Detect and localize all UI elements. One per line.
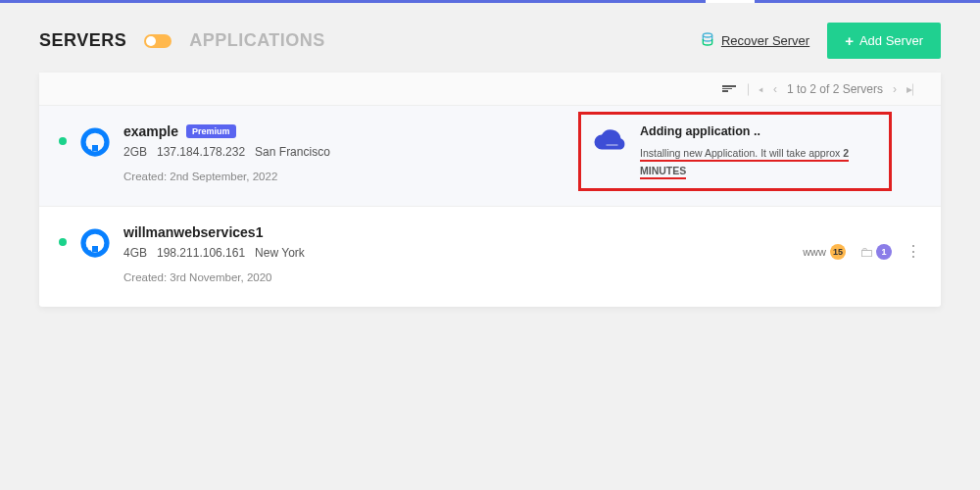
tab-toggle[interactable] [144, 34, 172, 48]
svg-point-0 [703, 33, 711, 37]
list-toolbar: ⎸◂ ‹ 1 to 2 of 2 Servers › ▸⎸ [39, 73, 941, 106]
server-location: San Francisco [255, 145, 330, 159]
folder-icon: 🗀 [859, 244, 873, 260]
pager-first-icon[interactable]: ⎸◂ [748, 82, 763, 96]
server-ip: 137.184.178.232 [157, 145, 245, 159]
row-menu-icon[interactable]: ⋮ [906, 242, 921, 261]
tab-servers[interactable]: SERVERS [39, 30, 126, 51]
pager-range: 1 to 2 of 2 Servers [787, 82, 883, 96]
recover-server-label: Recover Server [721, 33, 809, 48]
provider-icon [80, 228, 110, 258]
folder-badge[interactable]: 🗀 1 [859, 244, 892, 260]
pager: ⎸◂ ‹ 1 to 2 of 2 Servers › ▸⎸ [748, 82, 923, 96]
servers-panel: ⎸◂ ‹ 1 to 2 of 2 Servers › ▸⎸ example Pr… [39, 73, 941, 307]
svg-rect-4 [85, 147, 88, 150]
folder-count: 1 [876, 244, 892, 260]
pager-last-icon[interactable]: ▸⎸ [906, 82, 923, 96]
server-created: Created: 3rd November, 2020 [123, 271, 803, 283]
cloud-icon [593, 127, 628, 155]
www-badge[interactable]: www 15 [803, 244, 846, 260]
recover-icon [700, 31, 715, 50]
server-ip: 198.211.106.161 [157, 246, 245, 260]
svg-rect-7 [88, 251, 92, 255]
plus-icon: + [845, 32, 854, 49]
page-header: SERVERS APPLICATIONS Recover Server + Ad… [39, 23, 941, 59]
pager-prev-icon[interactable]: ‹ [773, 82, 777, 96]
sort-icon[interactable] [722, 85, 736, 92]
premium-badge: Premium [186, 124, 236, 138]
add-server-button[interactable]: + Add Server [827, 23, 941, 59]
server-ram: 2GB [123, 145, 147, 159]
server-name: willmanwebservices1 [123, 224, 263, 240]
notice-title: Adding application .. [640, 124, 877, 138]
pager-next-icon[interactable]: › [893, 82, 897, 96]
adding-application-notice: Adding application .. Installing new App… [578, 112, 892, 191]
server-location: New York [255, 246, 305, 260]
svg-rect-6 [92, 246, 98, 252]
svg-rect-3 [88, 150, 92, 154]
server-row[interactable]: example Premium 2GB 137.184.178.232 San … [39, 106, 941, 207]
notice-subtitle: Installing new Application. It will take… [640, 147, 849, 179]
server-name: example [123, 123, 178, 139]
status-dot-icon [59, 238, 67, 246]
server-row[interactable]: willmanwebservices1 4GB 198.211.106.161 … [39, 207, 941, 307]
add-server-label: Add Server [859, 33, 923, 48]
status-dot-icon [59, 137, 67, 145]
www-count: 15 [830, 244, 846, 260]
svg-rect-8 [85, 248, 88, 251]
recover-server-link[interactable]: Recover Server [700, 31, 809, 50]
server-ram: 4GB [123, 246, 147, 260]
svg-rect-2 [92, 145, 98, 151]
tab-applications[interactable]: APPLICATIONS [189, 30, 325, 51]
provider-icon [80, 127, 110, 157]
